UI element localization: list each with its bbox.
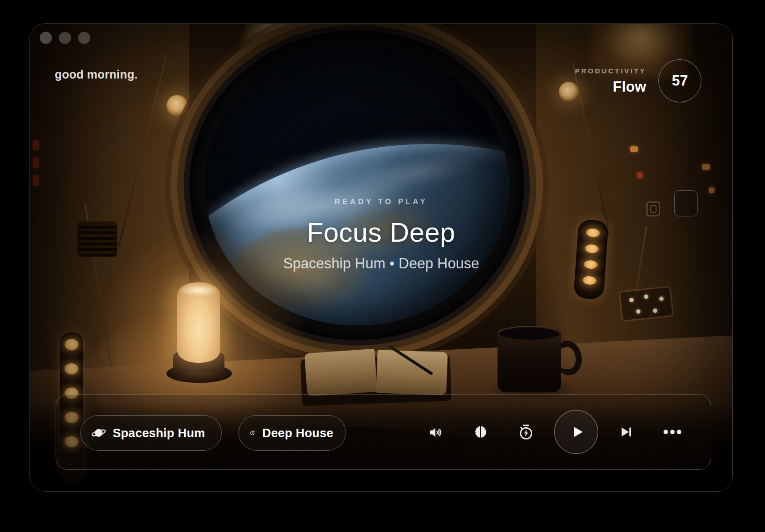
app-window: good morning. PRODUCTIVITY Flow 57 READY… — [29, 23, 733, 492]
timer-bolt-icon — [517, 423, 535, 442]
traffic-light-close[interactable] — [40, 32, 52, 44]
focus-mode-button[interactable] — [473, 424, 489, 441]
greeting-text: good morning. — [55, 68, 138, 81]
productivity-label: PRODUCTIVITY — [575, 67, 646, 75]
soundscape-button[interactable]: Spaceship Hum — [80, 415, 222, 451]
timer-button[interactable] — [517, 423, 535, 442]
play-button[interactable] — [554, 410, 598, 454]
play-icon — [569, 424, 586, 440]
productivity-score-ring[interactable]: 57 — [658, 59, 701, 102]
window-controls — [40, 32, 90, 44]
more-options-button[interactable] — [663, 429, 682, 435]
player-status: READY TO PLAY — [30, 198, 732, 206]
traffic-light-minimize[interactable] — [59, 32, 71, 44]
track-title: Focus Deep — [30, 216, 732, 248]
soundscape-label: Spaceship Hum — [113, 426, 205, 440]
turntable-icon — [249, 425, 256, 440]
skip-next-button[interactable] — [619, 424, 634, 439]
skip-next-icon — [619, 424, 634, 439]
productivity-score: 57 — [672, 72, 688, 89]
brain-icon — [473, 424, 489, 441]
planet-icon — [91, 425, 106, 440]
track-subtitle: Spaceship Hum • Deep House — [30, 255, 732, 272]
more-icon — [663, 429, 682, 435]
traffic-light-zoom[interactable] — [78, 32, 90, 44]
volume-icon — [427, 424, 445, 441]
genre-button[interactable]: Deep House — [238, 415, 346, 451]
player-control-bar: Spaceship Hum Deep House — [56, 394, 711, 470]
now-playing: READY TO PLAY Focus Deep Spaceship Hum •… — [30, 198, 732, 272]
genre-label: Deep House — [262, 426, 333, 440]
productivity-widget: PRODUCTIVITY Flow 57 — [575, 59, 701, 102]
focus-mode-label: Flow — [613, 79, 646, 95]
volume-button[interactable] — [427, 424, 445, 441]
